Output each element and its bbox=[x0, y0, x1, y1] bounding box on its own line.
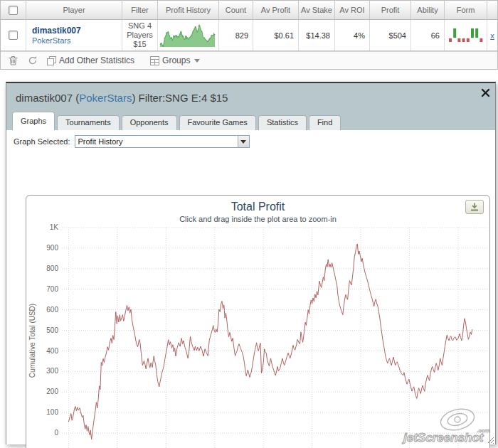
svg-text:700: 700 bbox=[46, 285, 58, 293]
table-toolbar: Add Other Statistics Groups bbox=[1, 51, 497, 69]
form-mini-chart bbox=[447, 26, 484, 45]
svg-text:200: 200 bbox=[46, 388, 58, 395]
column-header-filter[interactable]: Filter bbox=[122, 1, 158, 19]
tab-favourite-games[interactable]: Favourite Games bbox=[179, 115, 256, 130]
add-other-statistics-button[interactable]: Add Other Statistics bbox=[47, 55, 134, 65]
popup-tabs: GraphsTournamentsOpponentsFavourite Game… bbox=[6, 112, 495, 130]
filter-cell: SNG 4 Players $15 bbox=[122, 20, 158, 50]
svg-text:300: 300 bbox=[46, 367, 58, 375]
popup-title-site-link[interactable]: PokerStars bbox=[79, 92, 132, 104]
filter-line-1: SNG 4 bbox=[128, 21, 152, 30]
svg-text:400: 400 bbox=[46, 347, 58, 355]
av-roi-cell: 4% bbox=[335, 20, 370, 50]
column-header-end bbox=[487, 1, 497, 19]
ability-cell: 66 bbox=[411, 20, 445, 50]
column-header-ability[interactable]: Ability bbox=[411, 1, 445, 19]
delete-icon[interactable] bbox=[7, 55, 18, 66]
app-screen: Player Filter Profit History Count Av Pr… bbox=[0, 0, 498, 448]
download-chart-button[interactable] bbox=[465, 200, 484, 214]
column-header-form[interactable]: Form bbox=[445, 1, 487, 19]
filter-line-3: $15 bbox=[133, 40, 146, 48]
graph-select-value: Profit History bbox=[75, 137, 123, 146]
svg-text:600: 600 bbox=[46, 306, 58, 314]
tab-opponents[interactable]: Opponents bbox=[122, 115, 177, 130]
column-header-av-stake[interactable]: Av Stake bbox=[299, 1, 335, 19]
select-all-checkbox[interactable] bbox=[9, 6, 18, 15]
chart-title: Total Profit bbox=[26, 201, 489, 213]
filter-line-2: Players bbox=[127, 31, 153, 39]
row-checkbox[interactable] bbox=[9, 31, 18, 40]
player-name-link[interactable]: dimastik007 bbox=[32, 26, 81, 36]
tab-find[interactable]: Find bbox=[309, 115, 341, 130]
popup-content: Graph Selected: Profit History Total Pro… bbox=[6, 130, 495, 444]
column-header-av-profit[interactable]: Av Profit bbox=[253, 1, 299, 19]
groups-label: Groups bbox=[162, 55, 190, 65]
total-profit-chart-panel: Total Profit Click and drag inside the p… bbox=[26, 195, 490, 448]
dropdown-arrow-icon[interactable] bbox=[238, 136, 249, 147]
graph-select-row: Graph Selected: Profit History bbox=[14, 135, 250, 148]
profit-plot-area[interactable]: -10001002003004005006007008009001K010020… bbox=[27, 220, 489, 448]
graph-selected-label: Graph Selected: bbox=[14, 137, 70, 146]
player-site-link[interactable]: PokerStars bbox=[32, 36, 81, 46]
av-stake-cell: $14.38 bbox=[299, 20, 335, 50]
svg-text:900: 900 bbox=[46, 244, 58, 252]
graph-select-dropdown[interactable]: Profit History bbox=[75, 135, 250, 148]
download-icon bbox=[470, 203, 479, 211]
add-other-statistics-label: Add Other Statistics bbox=[59, 55, 134, 65]
remove-cell: x bbox=[487, 20, 497, 50]
table-row[interactable]: dimastik007 PokerStars SNG 4 Players $15… bbox=[1, 20, 497, 51]
profit-cell: $504 bbox=[370, 20, 411, 50]
count-cell: 829 bbox=[219, 20, 253, 50]
form-cell bbox=[445, 20, 487, 50]
tab-tournaments[interactable]: Tournaments bbox=[57, 115, 120, 130]
tab-statistics[interactable]: Statistics bbox=[258, 115, 307, 130]
column-header-count[interactable]: Count bbox=[219, 1, 253, 19]
refresh-icon[interactable] bbox=[27, 55, 38, 66]
groups-dropdown[interactable]: Groups bbox=[150, 55, 200, 65]
player-cell: dimastik007 PokerStars bbox=[26, 20, 122, 50]
svg-text:Cumulative Total (USD): Cumulative Total (USD) bbox=[28, 304, 36, 378]
column-header-player[interactable]: Player bbox=[26, 1, 122, 19]
table-header-row: Player Filter Profit History Count Av Pr… bbox=[1, 1, 497, 20]
resize-grip[interactable] bbox=[486, 435, 494, 444]
groups-caret-icon bbox=[194, 59, 200, 63]
player-stats-table: Player Filter Profit History Count Av Pr… bbox=[0, 0, 498, 70]
close-icon[interactable] bbox=[481, 87, 490, 97]
profit-sparkline bbox=[159, 22, 218, 49]
tab-graphs[interactable]: Graphs bbox=[12, 112, 55, 130]
column-header-profit-history[interactable]: Profit History bbox=[158, 1, 219, 19]
svg-text:800: 800 bbox=[46, 265, 58, 272]
select-all-header-cell bbox=[1, 1, 26, 19]
popup-title: dimastik007 (PokerStars) Filter:SNG E:4 … bbox=[16, 92, 228, 104]
column-header-profit[interactable]: Profit bbox=[370, 1, 411, 19]
groups-icon bbox=[150, 56, 159, 65]
add-statistics-icon bbox=[47, 56, 56, 65]
profit-history-sparkline-cell[interactable] bbox=[158, 20, 219, 50]
column-header-av-roi[interactable]: Av ROI bbox=[335, 1, 370, 19]
remove-row-link[interactable]: x bbox=[490, 31, 494, 40]
player-detail-popup: dimastik007 (PokerStars) Filter:SNG E:4 … bbox=[6, 82, 496, 444]
popup-titlebar: dimastik007 (PokerStars) Filter:SNG E:4 … bbox=[6, 83, 495, 112]
row-select-cell bbox=[1, 20, 26, 50]
svg-text:100: 100 bbox=[46, 408, 58, 416]
av-profit-cell: $0.61 bbox=[253, 20, 299, 50]
svg-text:1K: 1K bbox=[50, 223, 59, 231]
svg-text:0: 0 bbox=[54, 429, 58, 437]
svg-text:500: 500 bbox=[46, 326, 58, 334]
